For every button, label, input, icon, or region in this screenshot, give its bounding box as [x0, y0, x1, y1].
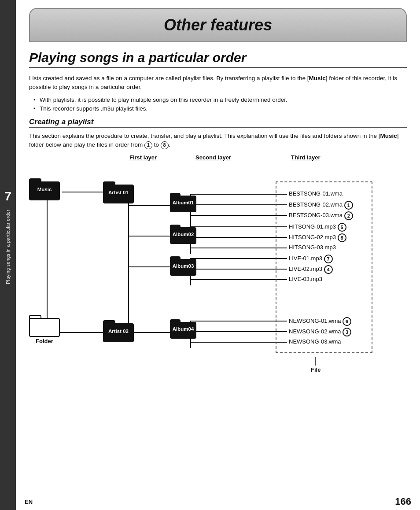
- file-hitsong02: HITSONG-02.mp3 8: [289, 233, 346, 242]
- line-album01-file3: [190, 215, 287, 216]
- line-album02-file3: [190, 248, 287, 248]
- folder-album04-label: Album04: [173, 326, 194, 332]
- folder-text: Folder: [36, 338, 53, 344]
- circled-8: 8: [161, 141, 169, 149]
- line-album02-file1: [190, 226, 287, 227]
- sidebar: 7 Playing songs in a particular order: [0, 0, 16, 510]
- file-bestsong01: BESTSONG-01.wma: [289, 190, 343, 197]
- folder-music-label: Music: [37, 187, 52, 192]
- line-album03-file2: [190, 269, 287, 270]
- folder-artist01: Artist 01: [103, 181, 134, 203]
- folder-album01-label: Album01: [173, 200, 194, 205]
- file-live02: LIVE-02.mp3 4: [289, 265, 333, 274]
- badge-2: 2: [344, 211, 353, 220]
- badge-5: 5: [338, 223, 346, 232]
- footer-lang: EN: [25, 499, 33, 505]
- folder-artist02: Artist 02: [103, 320, 134, 342]
- folder-album03-label: Album03: [173, 263, 194, 269]
- intro-text: Lists created and saved as a file on a c…: [29, 74, 407, 92]
- folder-artist01-label: Artist 01: [108, 190, 129, 195]
- label-third-layer: Third layer: [291, 154, 320, 161]
- footer-page: 166: [395, 496, 411, 507]
- line-album04-file1: [190, 321, 287, 322]
- file-hitsong01: HITSONG-01.mp3 5: [289, 223, 346, 232]
- subsection-title: Creating a playlist: [29, 118, 407, 128]
- folder-album03: Album03: [170, 256, 196, 276]
- file-label: File: [311, 357, 321, 373]
- file-live01: LIVE-01.mp3 7: [289, 255, 333, 263]
- line-album04-file3: [190, 342, 287, 343]
- folder-album02: Album02: [170, 225, 196, 244]
- badge-7: 7: [324, 255, 333, 263]
- line-album03-file3: [190, 279, 287, 280]
- badge-1: 1: [344, 201, 353, 210]
- folder-folder: Folder: [29, 315, 60, 344]
- badge-6: 6: [343, 317, 351, 326]
- badge-3: 3: [343, 328, 351, 336]
- circled-1: 1: [144, 141, 152, 149]
- page-header: Other features: [29, 8, 407, 42]
- file-hitsong03: HITSONG-03.mp3: [289, 244, 336, 251]
- page-title: Other features: [30, 16, 406, 34]
- line-artist-vertical: [128, 192, 129, 337]
- section-title: Playing songs in a particular order: [29, 50, 407, 68]
- bullet-item-1: With playlists, it is possible to play m…: [33, 96, 407, 104]
- label-first-layer: First layer: [129, 154, 157, 161]
- folder-album02-label: Album02: [173, 232, 194, 237]
- file-live03: LIVE-03.mp3: [289, 276, 322, 282]
- folder-album01: Album01: [170, 193, 196, 213]
- diagram-area: First layer Second layer Third layer: [20, 154, 407, 414]
- badge-8: 8: [338, 233, 346, 242]
- subsection-text: This section explains the procedure to c…: [29, 132, 407, 150]
- line-album03-file1: [190, 258, 287, 259]
- bullet-item-2: This recorder supports .m3u playlist fil…: [33, 104, 407, 113]
- sidebar-number: 7: [4, 189, 11, 203]
- bullet-list: With playlists, it is possible to play m…: [33, 96, 407, 114]
- file-newsong03: NEWSONG-03.wma: [289, 338, 341, 345]
- folder-music: Music: [29, 178, 60, 200]
- line-album01-file2: [190, 204, 287, 205]
- file-bestsong02: BESTSONG-02.wma 1: [289, 201, 353, 210]
- file-bestsong03: BESTSONG-03.wma 2: [289, 211, 353, 220]
- folder-artist02-label: Artist 02: [108, 329, 129, 334]
- line-music-folder-vertical: [47, 192, 48, 333]
- line-album01-file1: [190, 194, 287, 195]
- label-second-layer: Second layer: [195, 154, 231, 161]
- line-album02-file2: [190, 237, 287, 238]
- file-newsong02: NEWSONG-02.wma 3: [289, 328, 351, 336]
- file-newsong01: NEWSONG-01.wma 6: [289, 317, 351, 326]
- folder-album04: Album04: [170, 319, 196, 339]
- badge-4: 4: [324, 265, 333, 274]
- sidebar-text: Playing songs in a particular order: [6, 210, 11, 284]
- line-album04-file2: [190, 331, 287, 332]
